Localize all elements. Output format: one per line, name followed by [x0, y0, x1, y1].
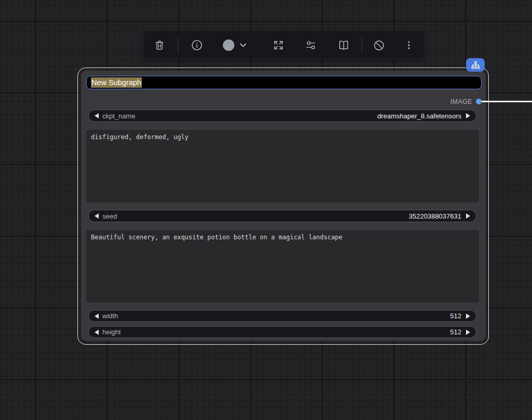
- subgraph-icon: [471, 61, 481, 70]
- decrement-arrow-icon[interactable]: [95, 113, 99, 118]
- widget-label: ckpt_name: [102, 112, 136, 120]
- info-icon: [191, 39, 203, 51]
- trash-icon: [154, 39, 165, 51]
- increment-arrow-icon[interactable]: [466, 314, 470, 319]
- increment-arrow-icon[interactable]: [466, 213, 470, 219]
- output-slot-image[interactable]: [476, 99, 482, 104]
- widget-value: 512: [450, 312, 461, 320]
- toolbar-divider: [362, 38, 362, 52]
- widget-label: height: [102, 328, 121, 336]
- subgraph-node[interactable]: New Subgraph IMAGE ckpt_name dreamshaper…: [81, 71, 486, 341]
- delete-button[interactable]: [149, 35, 170, 56]
- selection-toolbar: [143, 30, 425, 59]
- decrement-arrow-icon[interactable]: [95, 213, 99, 219]
- output-slot-label: IMAGE: [450, 98, 472, 105]
- color-swatch-icon: [223, 39, 234, 51]
- negative-prompt-textarea[interactable]: disfigured, deformed, ugly: [86, 130, 479, 202]
- more-options-button[interactable]: [398, 35, 419, 56]
- widget-width[interactable]: width 512: [88, 310, 476, 322]
- expand-icon: [273, 39, 284, 51]
- widget-label: width: [102, 312, 118, 320]
- toolbar-divider: [178, 38, 178, 52]
- widget-height[interactable]: height 512: [88, 326, 476, 338]
- docs-button[interactable]: [333, 35, 354, 56]
- chevron-down-icon: [241, 44, 246, 47]
- adjust-button[interactable]: [300, 35, 321, 56]
- book-icon: [338, 39, 350, 51]
- decrement-arrow-icon[interactable]: [95, 330, 99, 335]
- node-title-input[interactable]: New Subgraph: [86, 76, 482, 89]
- output-wire: [482, 101, 532, 102]
- widget-value: 35220388037631: [409, 212, 461, 220]
- color-picker-button[interactable]: [218, 35, 254, 56]
- decrement-arrow-icon[interactable]: [95, 314, 99, 319]
- bypass-button[interactable]: [368, 35, 389, 56]
- widget-label: seed: [102, 212, 117, 220]
- info-button[interactable]: [187, 35, 207, 56]
- block-icon: [373, 39, 385, 51]
- increment-arrow-icon[interactable]: [466, 113, 470, 118]
- widget-ckpt-name[interactable]: ckpt_name dreamshaper_8.safetensors: [88, 110, 476, 122]
- increment-arrow-icon[interactable]: [466, 330, 470, 335]
- positive-prompt-textarea[interactable]: Beautiful scenery, an exqusite potion bo…: [86, 230, 479, 303]
- kebab-icon: [403, 39, 415, 51]
- subgraph-badge-button[interactable]: [466, 58, 485, 72]
- fit-view-button[interactable]: [268, 35, 289, 56]
- node-title-selected-text: New Subgraph: [91, 77, 142, 88]
- widget-value: dreamshaper_8.safetensors: [377, 112, 461, 120]
- tune-icon: [305, 39, 316, 51]
- widget-seed[interactable]: seed 35220388037631: [88, 210, 476, 222]
- widget-value: 512: [450, 328, 461, 336]
